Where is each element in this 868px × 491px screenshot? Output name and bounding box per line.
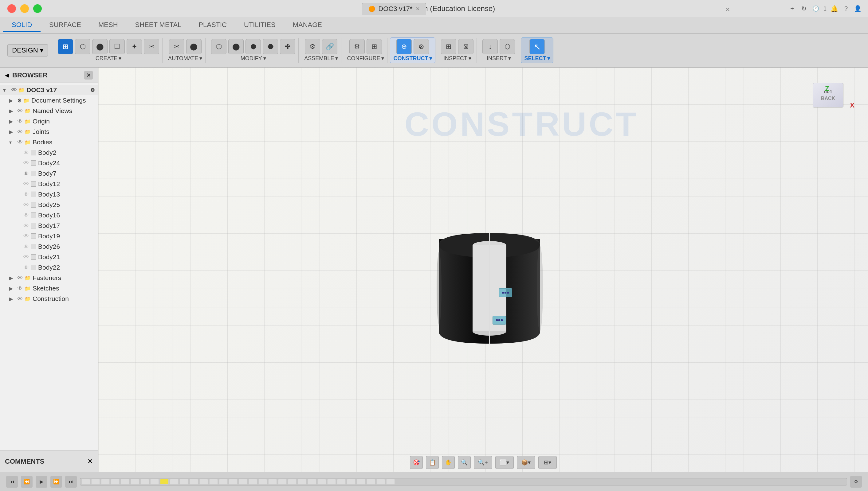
press-pull-button[interactable]: ⬡ [211,39,226,54]
grid-settings-button[interactable]: ⊞▾ [538,456,557,469]
tree-origin[interactable]: ▶ 👁 📁 Origin [0,116,98,126]
revolve-button[interactable]: ⬤ [92,39,108,54]
interference-button[interactable]: ⊠ [458,39,474,54]
doc-tab-close[interactable]: ✕ [416,6,420,12]
insert-icon1[interactable]: ↓ [482,39,498,54]
anim-frame-20[interactable] [268,479,277,485]
anim-frame-4[interactable] [111,479,119,485]
tab-manage[interactable]: MANAGE [284,19,331,32]
tree-named-views[interactable]: ▶ 👁 📁 Named Views [0,106,98,116]
more-create-button[interactable]: ✂ [144,39,159,54]
anim-last-button[interactable]: ⏭ [65,476,77,488]
view-home-button[interactable]: 🎯 [410,456,423,469]
automate-icon1[interactable]: ✂ [169,39,184,54]
eye-icon-fasteners[interactable]: 👁 [17,275,23,281]
display-mode-button[interactable]: ⬜▾ [495,456,514,469]
anim-frame-16[interactable] [229,479,237,485]
insert-icon2[interactable]: ⬡ [500,39,515,54]
anim-frame-22[interactable] [288,479,297,485]
anim-play-button[interactable]: ▶ [36,476,47,488]
tree-body21[interactable]: 👁 Body21 [0,252,98,262]
anim-frame-11[interactable] [180,479,188,485]
comments-close-button[interactable]: ✕ [87,458,93,465]
automate-icon2[interactable]: ⬤ [186,39,201,54]
anim-frame-9[interactable] [160,479,169,485]
visual-style-button[interactable]: 📦▾ [517,456,535,469]
anim-frame-18[interactable] [249,479,257,485]
anim-frame-3[interactable] [101,479,110,485]
tab-sheet-metal[interactable]: SHEET METAL [127,19,190,32]
anim-frame-15[interactable] [219,479,228,485]
sweep-button[interactable]: ☐ [109,39,125,54]
anim-frame-17[interactable] [239,479,247,485]
eye-icon-construction[interactable]: 👁 [17,296,23,302]
eye-icon-origin[interactable]: 👁 [17,118,23,125]
new-component-button[interactable]: ⊞ [58,39,73,54]
notifications-icon[interactable]: 🔔 [830,3,838,14]
rigid-group-button[interactable]: 🔗 [322,39,337,54]
anim-frame-2[interactable] [91,479,100,485]
anim-frame-27[interactable] [337,479,346,485]
tree-body2[interactable]: 👁 Body2 [0,147,98,158]
user-avatar[interactable]: 👤 [854,3,862,14]
browser-close-button[interactable]: ✕ [84,71,93,80]
anim-frame-10[interactable] [170,479,178,485]
anim-next-button[interactable]: ⏩ [50,476,62,488]
anim-settings-button[interactable]: ⚙ [850,476,862,488]
3d-viewport[interactable]: CONSTRUCT [98,67,868,472]
tree-body7[interactable]: 👁 Body7 [0,168,98,179]
doc-settings-icon[interactable]: ⚙ [90,87,95,93]
tab-surface[interactable]: SURFACE [40,19,90,32]
anim-frame-29[interactable] [357,479,365,485]
anim-frame-26[interactable] [327,479,336,485]
tree-fasteners[interactable]: ▶ 👁 📁 Fasteners [0,273,98,283]
tree-bodies[interactable]: ▾ 👁 📁 Bodies [0,137,98,147]
tree-body17[interactable]: 👁 Body17 [0,221,98,231]
anim-frame-21[interactable] [278,479,287,485]
tree-body22[interactable]: 👁 Body22 [0,262,98,273]
tab-solid[interactable]: SOLID [3,19,40,32]
shell-button[interactable]: ⬣ [263,39,278,54]
tree-construction[interactable]: ▶ 👁 📁 Construction [0,294,98,304]
eye-icon-body13[interactable]: 👁 [23,191,29,198]
offset-plane-button[interactable]: ⊕ [396,39,412,54]
eye-icon-body16[interactable]: 👁 [23,212,29,219]
view-pan-button[interactable]: ✋ [442,456,455,469]
orientation-gizmo[interactable]: Z d01 BACK X [813,74,849,120]
eye-icon-body25[interactable]: 👁 [23,202,29,208]
eye-icon-body7[interactable]: 👁 [23,170,29,177]
anim-frame-5[interactable] [121,479,129,485]
new-tab-button[interactable]: + [788,3,796,14]
measure-icon-1[interactable] [499,288,512,297]
eye-icon-body12[interactable]: 👁 [23,181,29,187]
select-button[interactable]: ↖ [529,39,545,54]
tree-joints[interactable]: ▶ 👁 📁 Joints [0,126,98,137]
anim-frame-24[interactable] [308,479,316,485]
anim-frame-19[interactable] [258,479,267,485]
fillet-button[interactable]: ⬤ [228,39,244,54]
eye-icon-body21[interactable]: 👁 [23,254,29,260]
tree-body19[interactable]: 👁 Body19 [0,231,98,241]
eye-icon-bodies[interactable]: 👁 [17,139,23,146]
tree-doc-settings[interactable]: ▶ ⚙ 📁 Document Settings [0,95,98,106]
chamfer-button[interactable]: ⬢ [246,39,261,54]
eye-icon-body24[interactable]: 👁 [23,160,29,167]
eye-icon-sketches[interactable]: 👁 [17,285,23,292]
design-dropdown-button[interactable]: DESIGN ▾ [7,44,48,57]
eye-icon-body2[interactable]: 👁 [23,149,29,156]
eye-icon-body26[interactable]: 👁 [23,243,29,250]
anim-frame-31[interactable] [376,479,385,485]
tab-utilities[interactable]: UTILITIES [235,19,284,32]
refresh-button[interactable]: ↻ [800,3,808,14]
tree-body13[interactable]: 👁 Body13 [0,189,98,200]
anim-frame-25[interactable] [317,479,326,485]
anim-frame-1[interactable] [81,479,90,485]
midplane-button[interactable]: ⊗ [414,39,429,54]
tree-root-doc[interactable]: ▾ 👁 📁 DOC3 v17 ⚙ [0,85,98,95]
anim-frame-12[interactable] [190,479,198,485]
configure-icon1[interactable]: ⚙ [349,39,365,54]
tree-body24[interactable]: 👁 Body24 [0,158,98,168]
joint-button[interactable]: ⚙ [305,39,320,54]
eye-icon-named-views[interactable]: 👁 [17,108,23,114]
anim-frame-13[interactable] [199,479,208,485]
